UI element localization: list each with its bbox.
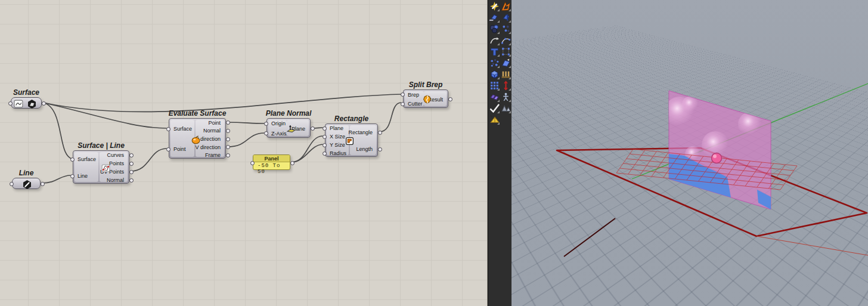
pyramid-tool-icon[interactable]	[489, 114, 500, 125]
grasshopper-canvas[interactable]: SurfaceLineCurvesPointsUV PointsNormalSu…	[0, 0, 488, 306]
input-nub-point[interactable]	[166, 147, 170, 152]
output-label: Rectangle	[348, 129, 373, 135]
component-title-plane-normal: Plane Normal	[266, 109, 312, 118]
surface-line-icon	[101, 163, 110, 172]
output-nub-frame[interactable]	[226, 153, 230, 157]
surface-param-out-nub[interactable]	[42, 101, 46, 106]
wire-line-to-surfaceline[interactable]	[42, 175, 70, 183]
surface-plane-icon[interactable]	[500, 57, 512, 69]
line-object[interactable]	[564, 218, 615, 256]
x-axis-red	[757, 236, 868, 255]
output-label: V direction	[195, 144, 221, 150]
input-label: Origin	[271, 120, 286, 126]
point-grid-icon[interactable]	[500, 46, 512, 57]
wire-vdir-to-zaxis[interactable]	[227, 133, 264, 147]
text-tool-icon[interactable]	[489, 46, 500, 57]
armature-figure-icon[interactable]	[500, 91, 512, 103]
wire-panel-to-xsize[interactable]	[292, 136, 323, 162]
output-nub-result[interactable]	[448, 97, 452, 101]
input-nub-z-axis[interactable]	[264, 131, 268, 135]
output-nub-v-direction[interactable]	[226, 145, 230, 149]
input-label: Z-Axis	[271, 131, 287, 137]
rhino-viewport[interactable]	[512, 0, 868, 306]
param-line-param[interactable]	[12, 178, 41, 189]
input-nub-radius[interactable]	[323, 152, 327, 156]
component-plane-normal[interactable]: OriginZ-AxisPlane	[266, 118, 311, 138]
output-nub-plane[interactable]	[311, 126, 315, 131]
output-label: Points	[109, 160, 124, 166]
wire-point-to-origin[interactable]	[227, 122, 264, 123]
input-nub-line[interactable]	[70, 174, 75, 178]
input-label: Plane	[330, 125, 343, 131]
wire-uvpoints-to-point[interactable]	[131, 149, 166, 171]
output-nub-rectangle[interactable]	[378, 131, 382, 135]
output-label: Frame	[205, 152, 221, 158]
output-label: Normal	[107, 177, 124, 183]
surface-corner-icon[interactable]	[489, 12, 500, 23]
component-rectangle[interactable]: PlaneX SizeY SizeRadiusRectangleLength	[325, 123, 378, 157]
wire-panel-to-ysize[interactable]	[292, 144, 323, 162]
output-nub-normal[interactable]	[129, 178, 134, 183]
toolbar-icon-grid	[489, 1, 512, 125]
input-nub-surface[interactable]	[70, 157, 75, 162]
wire-rectangle-to-cutter[interactable]	[379, 103, 401, 132]
input-nub-y-size[interactable]	[323, 143, 327, 147]
input-nub-plane[interactable]	[323, 126, 327, 131]
surface-edge-icon[interactable]	[500, 12, 512, 23]
input-nub-surface[interactable]	[166, 127, 170, 131]
input-label: Line	[78, 173, 88, 179]
component-title-surface-line: Surface | Line	[78, 141, 125, 150]
component-title-evaluate-surface: Evaluate Surface	[169, 109, 227, 118]
output-nub-point[interactable]	[226, 120, 230, 125]
wire-surface-to-surfaceline[interactable]	[43, 103, 72, 159]
loft-columns-icon[interactable]	[500, 69, 512, 80]
cone-solids-icon[interactable]	[500, 103, 512, 114]
origin-point-sphere[interactable]	[712, 153, 722, 163]
rhino-toolbar: Osnap	[488, 0, 512, 306]
block-tools-icon[interactable]	[489, 91, 500, 103]
point-cloud-icon[interactable]	[489, 57, 500, 69]
point-set-icon[interactable]	[500, 23, 512, 35]
output-nub-normal[interactable]	[226, 129, 230, 133]
output-nub-curves[interactable]	[129, 153, 134, 157]
input-nub-origin[interactable]	[264, 122, 268, 126]
input-nub-brep[interactable]	[401, 92, 405, 97]
output-nub-length[interactable]	[378, 147, 382, 152]
input-label: Point	[173, 146, 186, 152]
solid-box-icon[interactable]	[489, 69, 500, 80]
axis-line-icon[interactable]	[500, 80, 512, 91]
panel-value[interactable]: -50 To 50	[253, 162, 290, 175]
explode-flame-icon[interactable]	[500, 1, 512, 12]
mesh-spheres-icon[interactable]	[489, 23, 500, 35]
line-param-out-nub[interactable]	[41, 182, 45, 186]
curve-arc-icon[interactable]	[489, 35, 500, 46]
curve-control-points-icon[interactable]	[500, 35, 512, 46]
panel-in-nub[interactable]	[250, 161, 255, 165]
evaluate-surface-icon	[191, 134, 200, 144]
wire-surface-to-evaluate[interactable]	[43, 103, 166, 128]
output-nub-u-direction[interactable]	[226, 137, 230, 141]
panel-out-nub[interactable]	[290, 161, 294, 165]
sparkle-burst-icon[interactable]	[489, 1, 500, 12]
param-surface-param[interactable]	[11, 97, 42, 109]
output-label: Length	[356, 146, 373, 152]
line-param-in-nub[interactable]	[10, 182, 14, 186]
hatch-grid-icon[interactable]	[489, 80, 500, 91]
output-nub-uv-points[interactable]	[129, 170, 134, 174]
app-window: SurfaceLineCurvesPointsUV PointsNormalSu…	[0, 0, 868, 306]
input-nub-x-size[interactable]	[323, 135, 327, 139]
component-split-brep[interactable]: BrepCutterResult	[403, 89, 448, 108]
input-label: Brep	[408, 92, 419, 98]
component-evaluate-surface[interactable]: SurfacePointPointNormalU directionV dire…	[169, 118, 226, 159]
param-title-surface-param: Surface	[13, 88, 39, 97]
component-surface-line[interactable]: SurfaceLineCurvesPointsUV PointsNormal	[73, 150, 129, 184]
panel-component[interactable]: Panel-50 To 50	[253, 154, 290, 170]
viewport-geometry	[512, 0, 868, 306]
input-nub-cutter[interactable]	[401, 102, 405, 106]
surface-param-in-nub[interactable]	[8, 101, 13, 106]
plane-normal-icon	[286, 123, 296, 133]
output-nub-points[interactable]	[129, 162, 134, 166]
graph-icon	[14, 99, 23, 109]
check-confirm-icon[interactable]	[489, 103, 500, 114]
output-label: Curves	[107, 152, 124, 158]
